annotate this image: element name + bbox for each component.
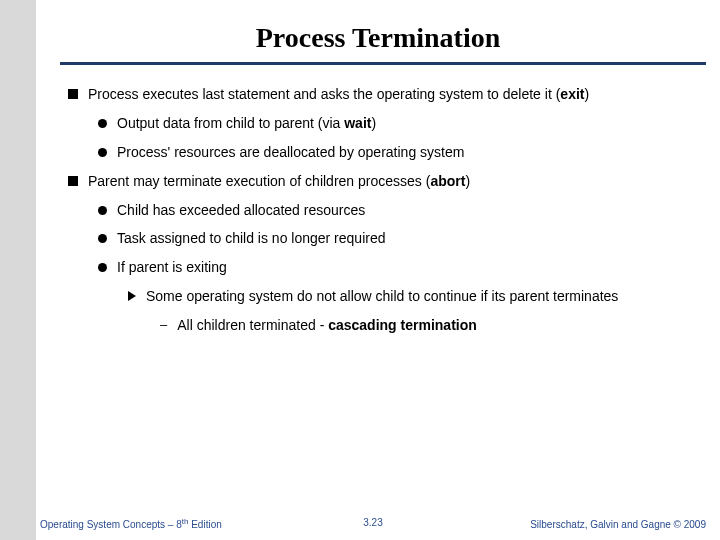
- arrow-bullet-icon: [128, 291, 136, 301]
- circle-bullet-icon: [98, 148, 107, 157]
- slide-title: Process Termination: [36, 22, 720, 54]
- title-rule: [60, 62, 706, 65]
- bullet-l2: Output data from child to parent (via wa…: [98, 114, 696, 133]
- bullet-text: Parent may terminate execution of childr…: [88, 172, 696, 191]
- bullet-l2: Child has exceeded allocated resources: [98, 201, 696, 220]
- bullet-text: All children terminated - cascading term…: [177, 316, 696, 335]
- sidebar-strip: [0, 0, 36, 540]
- bullet-text: Child has exceeded allocated resources: [117, 201, 696, 220]
- bullet-l3: Some operating system do not allow child…: [128, 287, 696, 306]
- bullet-l4: – All children terminated - cascading te…: [160, 316, 696, 335]
- bullet-text: Some operating system do not allow child…: [146, 287, 696, 306]
- bullet-text: If parent is exiting: [117, 258, 696, 277]
- bullet-l1: Parent may terminate execution of childr…: [68, 172, 696, 191]
- square-bullet-icon: [68, 89, 78, 99]
- slide-body: Process executes last statement and asks…: [68, 85, 696, 345]
- bullet-l2: If parent is exiting: [98, 258, 696, 277]
- circle-bullet-icon: [98, 263, 107, 272]
- bullet-l1: Process executes last statement and asks…: [68, 85, 696, 104]
- slide-footer: 3.23 Operating System Concepts – 8th Edi…: [40, 517, 706, 530]
- circle-bullet-icon: [98, 234, 107, 243]
- bullet-text: Process' resources are deallocated by op…: [117, 143, 696, 162]
- bullet-text: Output data from child to parent (via wa…: [117, 114, 696, 133]
- bullet-l2: Task assigned to child is no longer requ…: [98, 229, 696, 248]
- page-number: 3.23: [40, 517, 706, 528]
- circle-bullet-icon: [98, 119, 107, 128]
- dash-bullet-icon: –: [160, 316, 167, 335]
- bullet-text: Process executes last statement and asks…: [88, 85, 696, 104]
- circle-bullet-icon: [98, 206, 107, 215]
- bullet-text: Task assigned to child is no longer requ…: [117, 229, 696, 248]
- bullet-l2: Process' resources are deallocated by op…: [98, 143, 696, 162]
- square-bullet-icon: [68, 176, 78, 186]
